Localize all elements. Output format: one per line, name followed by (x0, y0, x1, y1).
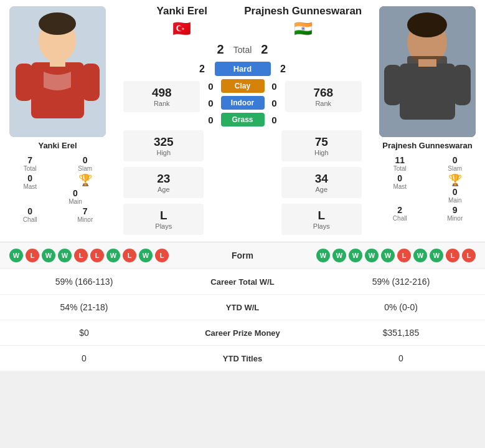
main-container: Yanki Erel 7 Total 0 Slam 0 Mast 🏆 (0, 0, 485, 371)
form-badge-w: W (9, 249, 23, 262)
clay-badge: Clay (221, 79, 265, 93)
right-mast-stat: 0 Mast (373, 173, 427, 204)
right-slam-stat: 0 Slam (428, 155, 483, 172)
stats-right-2: $351,185 (326, 328, 476, 338)
left-clay-score: 0 (206, 81, 216, 92)
right-chall-stat: 2 Chall (373, 205, 427, 222)
left-minor-stat: 7 Minor (59, 206, 113, 223)
form-badge-w: W (413, 249, 427, 262)
left-stats-grid: 7 Total 0 Slam 0 Mast 🏆 0 Main (3, 155, 112, 223)
stats-right-1: 0% (0-0) (326, 302, 476, 312)
svg-point-2 (39, 12, 76, 35)
form-badge-l: L (26, 249, 39, 262)
stats-center-0: Career Total W/L (159, 277, 326, 287)
right-indoor-score: 0 (270, 98, 280, 108)
svg-rect-6 (50, 57, 65, 67)
stats-row-1: 54% (21-18)YTD W/L0% (0-0) (0, 295, 485, 320)
middle-surfaces: 0 Clay 0 0 Indoor 0 0 Grass 0 (206, 79, 280, 126)
svg-rect-5 (82, 64, 100, 101)
total-scores-row: 2 Total 2 (121, 42, 364, 57)
top-names-row: Yanki Erel Prajnesh Gunneswaran (121, 5, 364, 17)
left-stats-column: 498 Rank (121, 79, 202, 126)
svg-point-9 (407, 12, 447, 37)
left-second-col: 325 High 23 Age L Plays (121, 128, 206, 237)
left-hard-score: 2 (196, 64, 209, 75)
left-total-score: 2 (217, 42, 224, 57)
stats-center-1: YTD W/L (159, 303, 326, 312)
right-total-score: 2 (261, 42, 268, 57)
left-player-panel: Yanki Erel 7 Total 0 Slam 0 Mast 🏆 (0, 0, 115, 242)
stats-row-2: $0Career Prize Money$351,185 (0, 320, 485, 346)
flags-row: 🇹🇷 🇮🇳 (121, 20, 364, 37)
right-rank-box: 768 Rank (285, 81, 362, 112)
stats-left-3: 0 (9, 353, 159, 363)
left-name-top: Yanki Erel (121, 5, 243, 17)
form-label: Form (232, 250, 253, 260)
stats-left-1: 54% (21-18) (9, 302, 159, 312)
form-badge-w: W (430, 249, 443, 262)
left-indoor-score: 0 (206, 98, 216, 108)
hard-badge: Hard (215, 62, 271, 76)
left-grass-score: 0 (206, 115, 216, 125)
players-comparison: Yanki Erel 7 Total 0 Slam 0 Mast 🏆 (0, 0, 485, 242)
form-badge-w: W (332, 249, 346, 262)
grass-row: 0 Grass 0 (206, 113, 280, 126)
form-badge-l: L (397, 249, 411, 262)
form-section: WLWWLLWLWL Form WWWWWLWWLL (0, 242, 485, 269)
right-main-stat: 0 Main (438, 187, 472, 204)
right-total-stat: 11 Total (373, 155, 427, 172)
right-player-name: Prajnesh Gunneswaran (382, 141, 473, 150)
left-chall-stat: 0 Chall (3, 206, 57, 223)
center-spacer (210, 128, 276, 237)
svg-rect-4 (16, 64, 33, 101)
right-player-silhouette (379, 6, 476, 137)
stats-left-2: $0 (9, 328, 159, 338)
trophy-icon-left: 🏆 (78, 173, 92, 187)
left-high-box: 325 High (123, 130, 204, 161)
right-flag: 🇮🇳 (243, 20, 364, 37)
form-badge-w: W (42, 249, 55, 262)
form-badge-w: W (58, 249, 72, 262)
stats-right-0: 59% (312-216) (326, 277, 476, 287)
svg-rect-12 (384, 65, 402, 105)
left-main-stat: 0 Main (59, 188, 93, 205)
right-clay-score: 0 (270, 81, 280, 92)
right-name-top: Prajnesh Gunneswaran (243, 5, 364, 17)
left-mast-stat: 0 Mast (3, 173, 57, 205)
form-badge-w: W (316, 249, 330, 262)
form-badge-w: W (381, 249, 395, 262)
form-badge-w: W (139, 249, 153, 262)
right-age-box: 34 Age (281, 167, 362, 198)
center-panel: Yanki Erel Prajnesh Gunneswaran 🇹🇷 🇮🇳 2 … (115, 0, 370, 242)
right-stats-column: 768 Rank (283, 79, 364, 126)
indoor-row: 0 Indoor 0 (206, 96, 280, 110)
stats-center-3: YTD Titles (159, 354, 326, 363)
stats-columns-wrapper: 498 Rank 0 Clay 0 0 Indoor 0 (121, 79, 364, 126)
form-badge-l: L (446, 249, 459, 262)
stats-row-3: 0YTD Titles0 (0, 346, 485, 371)
svg-rect-14 (418, 59, 436, 67)
clay-row: 0 Clay 0 (206, 79, 280, 93)
indoor-badge: Indoor (221, 96, 265, 110)
hard-row: 2 Hard 2 (121, 62, 364, 76)
right-form-badges: WWWWWLWWLL (316, 249, 476, 262)
form-badge-l: L (155, 249, 169, 262)
form-badge-w: W (365, 249, 379, 262)
left-trophy-main: 🏆 0 Main (59, 173, 113, 205)
svg-rect-13 (453, 65, 471, 105)
right-high-box: 75 High (281, 130, 362, 161)
right-hard-score: 2 (277, 64, 290, 75)
form-badge-w: W (106, 249, 120, 262)
right-trophy-main: 🏆 0 Main (428, 173, 483, 204)
right-minor-stat: 9 Minor (428, 205, 483, 222)
left-total-stat: 7 Total (3, 155, 57, 172)
stats-right-3: 0 (326, 353, 476, 363)
left-flag: 🇹🇷 (121, 20, 243, 37)
stats-table: 59% (166-113)Career Total W/L59% (312-21… (0, 269, 485, 371)
left-form-badges: WLWWLLWLWL (9, 249, 169, 262)
svg-rect-3 (31, 62, 84, 118)
right-grass-score: 0 (270, 115, 280, 125)
left-rank-box: 498 Rank (123, 81, 200, 112)
trophy-icon-right: 🏆 (448, 173, 462, 187)
right-player-panel: Prajnesh Gunneswaran 11 Total 0 Slam 0 M… (370, 0, 485, 242)
